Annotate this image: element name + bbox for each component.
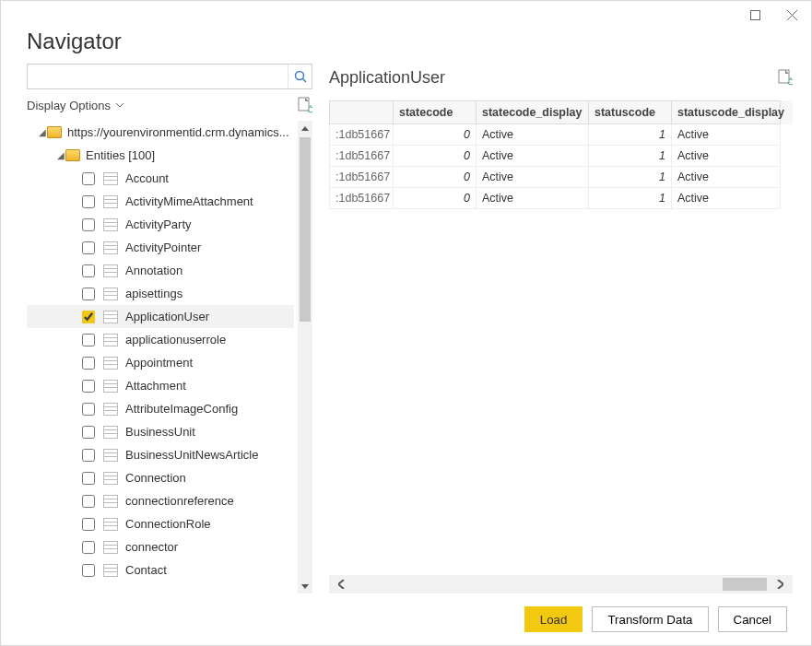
cell-id: :1db51667 — [329, 124, 394, 146]
search-input[interactable] — [28, 65, 288, 88]
table-icon — [103, 518, 118, 531]
entity-checkbox[interactable] — [82, 403, 95, 416]
table-row[interactable]: :1db516670Active1Active — [329, 167, 793, 188]
search-box[interactable] — [27, 64, 312, 89]
entity-checkbox[interactable] — [82, 472, 95, 485]
close-icon — [787, 10, 797, 20]
entity-checkbox[interactable] — [82, 334, 95, 346]
scroll-thumb[interactable] — [300, 137, 311, 322]
cell-statecode: 0 — [394, 146, 477, 167]
entity-checkbox[interactable] — [82, 495, 95, 508]
search-button[interactable] — [288, 65, 312, 88]
footer: Load Transform Data Cancel — [1, 593, 811, 645]
table-icon — [103, 541, 118, 554]
scroll-up-icon[interactable] — [298, 121, 312, 135]
maximize-icon — [750, 10, 760, 20]
cancel-button[interactable]: Cancel — [718, 606, 788, 632]
table-icon — [103, 311, 118, 323]
tree-scrollbar[interactable] — [298, 121, 312, 593]
chevron-down-icon — [116, 103, 124, 108]
cell-statecode: 0 — [394, 188, 477, 209]
cell-statecode-display: Active — [477, 124, 589, 146]
collapse-icon[interactable]: ◢ — [38, 127, 47, 137]
entity-checkbox[interactable] — [82, 172, 95, 185]
entity-label: applicationuserrole — [125, 333, 226, 346]
entity-item[interactable]: ActivityMimeAttachment — [27, 190, 294, 213]
display-options-dropdown[interactable]: Display Options — [27, 99, 124, 112]
preview-h-scrollbar[interactable] — [329, 575, 793, 593]
entity-item[interactable]: Account — [27, 167, 294, 190]
entity-item[interactable]: apisettings — [27, 282, 294, 305]
entity-label: Annotation — [125, 264, 182, 277]
entity-item[interactable]: Appointment — [27, 351, 294, 374]
entity-checkbox[interactable] — [82, 264, 95, 277]
entity-item[interactable]: Contact — [27, 558, 294, 581]
table-row[interactable]: :1db516670Active1Active — [329, 188, 793, 209]
tree-root-node[interactable]: ◢ https://yourenvironmentid.crm.dynamics… — [27, 121, 294, 144]
entity-item[interactable]: connector — [27, 535, 294, 558]
display-options-label: Display Options — [27, 99, 111, 112]
entity-item[interactable]: ConnectionRole — [27, 512, 294, 535]
table-icon — [103, 172, 118, 185]
entity-item[interactable]: Annotation — [27, 259, 294, 282]
entity-checkbox[interactable] — [82, 195, 95, 208]
titlebar — [1, 1, 811, 29]
cell-statuscode-display: Active — [672, 124, 781, 146]
table-row[interactable]: :1db516670Active1Active — [329, 146, 793, 167]
scroll-down-icon[interactable] — [298, 579, 312, 593]
h-scroll-thumb[interactable] — [723, 578, 767, 591]
refresh-preview-icon[interactable] — [298, 97, 312, 113]
navigator-tree[interactable]: ◢ https://yourenvironmentid.crm.dynamics… — [27, 121, 294, 593]
search-icon — [294, 70, 307, 83]
entity-label: Connection — [125, 471, 186, 485]
table-icon — [103, 195, 118, 208]
entity-label: ActivityParty — [125, 217, 192, 231]
entity-label: ActivityPointer — [125, 241, 201, 254]
entity-item[interactable]: applicationuserrole — [27, 328, 294, 351]
table-icon — [103, 241, 118, 254]
entity-item[interactable]: BusinessUnitNewsArticle — [27, 443, 294, 466]
col-header[interactable]: statecode — [394, 100, 477, 124]
entity-checkbox[interactable] — [82, 564, 95, 577]
preview-options-icon[interactable] — [778, 69, 793, 86]
entity-label: connector — [125, 540, 178, 554]
entity-checkbox[interactable] — [82, 380, 95, 393]
col-header[interactable] — [329, 100, 394, 124]
entity-checkbox[interactable] — [82, 218, 95, 231]
entity-item[interactable]: ActivityParty — [27, 213, 294, 236]
entity-checkbox[interactable] — [82, 357, 95, 370]
entity-item[interactable]: ActivityPointer — [27, 236, 294, 259]
entity-checkbox[interactable] — [82, 288, 95, 300]
entity-label: Attachment — [125, 379, 186, 393]
load-button[interactable]: Load — [524, 606, 583, 632]
entity-label: BusinessUnit — [125, 425, 195, 439]
entity-checkbox[interactable] — [82, 518, 95, 531]
col-header[interactable]: statuscode_display — [672, 100, 781, 124]
scroll-right-icon[interactable] — [767, 580, 793, 589]
cell-statuscode-display: Active — [672, 188, 781, 209]
table-header-row: statecode statecode_display statuscode s… — [329, 100, 793, 124]
collapse-icon[interactable]: ◢ — [56, 150, 65, 160]
transform-data-button[interactable]: Transform Data — [592, 606, 708, 632]
preview-title: ApplicationUser — [329, 68, 445, 88]
entity-checkbox[interactable] — [82, 241, 95, 254]
entity-item[interactable]: ApplicationUser — [27, 305, 294, 328]
entity-checkbox[interactable] — [82, 541, 95, 554]
entity-label: BusinessUnitNewsArticle — [125, 448, 259, 462]
entity-item[interactable]: connectionreference — [27, 489, 294, 512]
maximize-button[interactable] — [743, 6, 767, 24]
tree-entities-node[interactable]: ◢ Entities [100] — [27, 144, 294, 167]
col-header[interactable]: statuscode — [589, 100, 672, 124]
entity-item[interactable]: AttributeImageConfig — [27, 397, 294, 420]
table-row[interactable]: :1db516670Active1Active — [329, 124, 793, 146]
entity-item[interactable]: BusinessUnit — [27, 420, 294, 443]
close-button[interactable] — [780, 6, 804, 24]
entity-item[interactable]: Connection — [27, 466, 294, 489]
entity-checkbox[interactable] — [82, 426, 95, 439]
entity-item[interactable]: Attachment — [27, 374, 294, 397]
table-icon — [103, 288, 118, 300]
entity-checkbox[interactable] — [82, 449, 95, 462]
entity-checkbox[interactable] — [82, 311, 95, 323]
scroll-left-icon[interactable] — [329, 580, 355, 589]
col-header[interactable]: statecode_display — [477, 100, 589, 124]
